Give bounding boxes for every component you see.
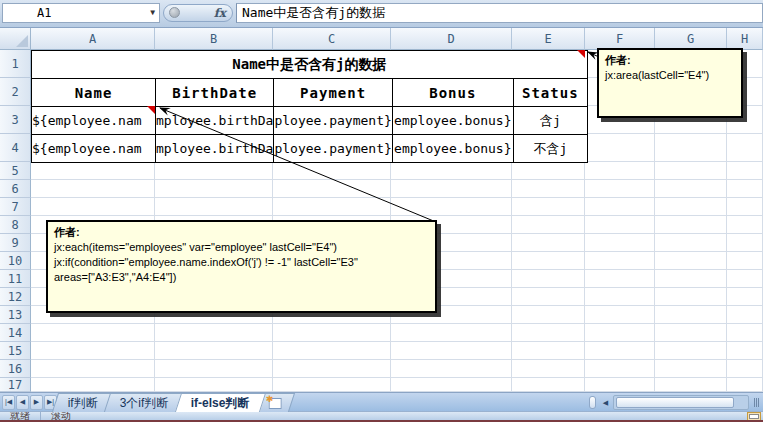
cell-D16[interactable]: [391, 360, 512, 378]
table-title-cell[interactable]: Name中是否含有j的数据: [32, 51, 588, 79]
cell-e3[interactable]: 含j: [513, 107, 587, 135]
cell-D14[interactable]: [391, 324, 512, 342]
cell-H17[interactable]: [727, 378, 763, 392]
name-box[interactable]: A1 ▼: [2, 3, 160, 23]
cell-C17[interactable]: [273, 378, 391, 392]
cell-G15[interactable]: [655, 342, 727, 360]
horizontal-scrollbar[interactable]: [613, 395, 749, 410]
row-header-4[interactable]: 4: [0, 134, 31, 162]
column-header-D[interactable]: D: [391, 28, 512, 50]
column-header-C[interactable]: C: [273, 28, 391, 50]
row-header-13[interactable]: 13: [0, 306, 31, 324]
cell-H6[interactable]: [727, 180, 763, 198]
formula-input[interactable]: Name中是否含有j的数据: [236, 3, 763, 23]
select-all-corner[interactable]: [0, 28, 31, 50]
cell-A16[interactable]: [31, 360, 155, 378]
cell-G10[interactable]: [655, 252, 727, 270]
row-header-6[interactable]: 6: [0, 180, 31, 198]
header-cell-payment[interactable]: Payment: [274, 79, 392, 107]
cell-H11[interactable]: [727, 270, 763, 288]
cell-B16[interactable]: [155, 360, 273, 378]
cell-E14[interactable]: [512, 324, 585, 342]
cell-C6[interactable]: [273, 180, 391, 198]
row-header-16[interactable]: 16: [0, 360, 31, 378]
cell-E13[interactable]: [512, 306, 585, 324]
cell-H12[interactable]: [727, 288, 763, 306]
cell-G16[interactable]: [655, 360, 727, 378]
column-header-G[interactable]: G: [655, 28, 727, 50]
next-sheet-button[interactable]: ▶: [30, 395, 43, 410]
sheet-tab-3-if[interactable]: 3个if判断: [104, 393, 185, 412]
header-cell-bonus[interactable]: Bonus: [392, 79, 513, 107]
header-cell-status[interactable]: Status: [513, 79, 587, 107]
cell-c3[interactable]: ployee.payment}: [274, 107, 392, 135]
cell-F4[interactable]: [585, 134, 655, 162]
name-box-dropdown-icon[interactable]: ▼: [150, 8, 155, 17]
cell-E9[interactable]: [512, 234, 585, 252]
cell-a4[interactable]: ${employee.nam: [32, 135, 156, 163]
cell-D15[interactable]: [391, 342, 512, 360]
cell-F7[interactable]: [585, 198, 655, 216]
column-header-B[interactable]: B: [155, 28, 273, 50]
cell-H13[interactable]: [727, 306, 763, 324]
cell-H7[interactable]: [727, 198, 763, 216]
cell-D6[interactable]: [391, 180, 512, 198]
header-cell-birthdate[interactable]: BirthDate: [156, 79, 274, 107]
cell-G14[interactable]: [655, 324, 727, 342]
hscroll-thumb[interactable]: [616, 397, 734, 408]
row-header-1[interactable]: 1: [0, 50, 31, 78]
column-header-H[interactable]: H: [727, 28, 763, 50]
cell-A7[interactable]: [31, 198, 155, 216]
row-header-2[interactable]: 2: [0, 78, 31, 106]
cell-F17[interactable]: [585, 378, 655, 392]
cell-A5[interactable]: [31, 162, 155, 180]
row-header-12[interactable]: 12: [0, 288, 31, 306]
cell-E11[interactable]: [512, 270, 585, 288]
cell-A15[interactable]: [31, 342, 155, 360]
cell-G13[interactable]: [655, 306, 727, 324]
row-header-5[interactable]: 5: [0, 162, 31, 180]
row-header-10[interactable]: 10: [0, 252, 31, 270]
row-header-17[interactable]: 17: [0, 378, 31, 392]
first-sheet-button[interactable]: |◀: [2, 395, 15, 410]
cell-B5[interactable]: [155, 162, 273, 180]
cell-E17[interactable]: [512, 378, 585, 392]
cell-G11[interactable]: [655, 270, 727, 288]
cell-G5[interactable]: [655, 162, 727, 180]
cell-H14[interactable]: [727, 324, 763, 342]
cell-G4[interactable]: [655, 134, 727, 162]
cell-F10[interactable]: [585, 252, 655, 270]
cell-H15[interactable]: [727, 342, 763, 360]
row-header-8[interactable]: 8: [0, 216, 31, 234]
cell-C16[interactable]: [273, 360, 391, 378]
cell-H8[interactable]: [727, 216, 763, 234]
cell-A14[interactable]: [31, 324, 155, 342]
fx-icon[interactable]: fx: [214, 6, 226, 20]
hscroll-resize-grip[interactable]: [749, 395, 763, 410]
cell-F14[interactable]: [585, 324, 655, 342]
cell-F9[interactable]: [585, 234, 655, 252]
cell-b3[interactable]: mployee.birthDa: [156, 107, 274, 135]
row-header-9[interactable]: 9: [0, 234, 31, 252]
row-header-11[interactable]: 11: [0, 270, 31, 288]
cell-E16[interactable]: [512, 360, 585, 378]
cell-G6[interactable]: [655, 180, 727, 198]
cell-G17[interactable]: [655, 378, 727, 392]
cell-G9[interactable]: [655, 234, 727, 252]
cell-F5[interactable]: [585, 162, 655, 180]
cell-F16[interactable]: [585, 360, 655, 378]
cell-d3[interactable]: employee.bonus}: [392, 107, 513, 135]
cell-D5[interactable]: [391, 162, 512, 180]
cell-D7[interactable]: [391, 198, 512, 216]
cell-H5[interactable]: [727, 162, 763, 180]
column-header-E[interactable]: E: [512, 28, 585, 50]
sheet-tab-if-else[interactable]: if-else判断: [175, 393, 266, 412]
cell-E5[interactable]: [512, 162, 585, 180]
cell-E15[interactable]: [512, 342, 585, 360]
header-cell-name[interactable]: Name: [32, 79, 156, 107]
insert-function-area[interactable]: fx: [163, 4, 233, 22]
row-header-14[interactable]: 14: [0, 324, 31, 342]
cell-a3[interactable]: ${employee.nam: [32, 107, 156, 135]
cell-F8[interactable]: [585, 216, 655, 234]
cell-C7[interactable]: [273, 198, 391, 216]
